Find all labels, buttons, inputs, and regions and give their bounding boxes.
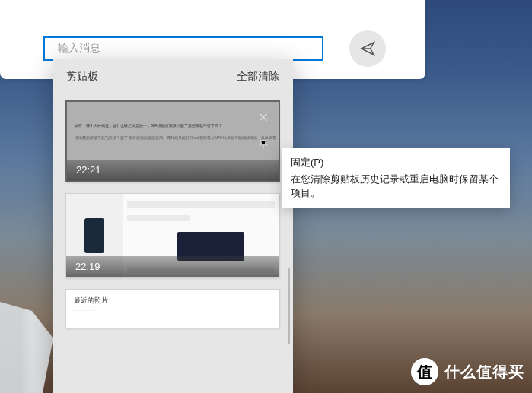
watermark-badge: 值 (411, 358, 438, 385)
clipboard-time: 22:19 (66, 256, 279, 277)
thumb-subtitle: ··· ··· ········ (74, 308, 272, 312)
clipboard-thumbnail: 最近的照片 ··· ··· ········ (66, 290, 279, 328)
thumb-text: 没清楚的新版了起飞区域？思了 那肯定无法安定使用。有时候只能打开ssh权限看从M… (75, 135, 276, 141)
delete-button[interactable] (253, 106, 274, 128)
message-input[interactable]: 输入消息 (43, 36, 323, 61)
pin-button[interactable] (253, 134, 274, 155)
desktop-wallpaper: 输入消息 剪贴板 全部清除 诶呀，哪个大神知道，这什么破烂玩意的一，30A没跳应… (0, 0, 532, 393)
clipboard-item[interactable]: 22:19 (65, 193, 280, 278)
close-icon (257, 111, 269, 123)
item-actions (253, 106, 274, 155)
clear-all-button[interactable]: 全部清除 (237, 70, 279, 84)
tooltip-desc: 在您清除剪贴板历史记录或重启电脑时保留某个项目。 (291, 173, 501, 200)
message-placeholder: 输入消息 (58, 42, 100, 55)
text-caret (53, 42, 53, 55)
clipboard-body: 诶呀，哪个大神知道，这什么破烂玩意的一，30A没跳应该没问题了遥控器就不行了吗？… (53, 100, 293, 328)
clipboard-header: 剪贴板 全部清除 (53, 59, 293, 94)
tooltip-title: 固定(P) (291, 156, 501, 170)
thumb-title: 最近的照片 (74, 296, 272, 306)
clipboard-title: 剪贴板 (66, 70, 98, 84)
pin-icon (257, 138, 269, 151)
scrollbar[interactable] (288, 268, 290, 344)
clipboard-time: 22:21 (67, 160, 279, 181)
clipboard-item[interactable]: 诶呀，哪个大神知道，这什么破烂玩意的一，30A没跳应该没问题了遥控器就不行了吗？… (65, 100, 280, 182)
wallpaper-car (0, 302, 53, 393)
send-icon (359, 40, 376, 57)
watermark: 值 什么值得买 (411, 358, 524, 385)
pin-tooltip: 固定(P) 在您清除剪贴板历史记录或重启电脑时保留某个项目。 (282, 148, 510, 208)
thumb-text: 诶呀，哪个大神知道，这什么破烂玩意的一，30A没跳应该没问题了遥控器就不行了吗？ (75, 123, 222, 128)
send-button[interactable] (349, 30, 386, 67)
clipboard-panel: 剪贴板 全部清除 诶呀，哪个大神知道，这什么破烂玩意的一，30A没跳应该没问题了… (53, 59, 293, 393)
watermark-text: 什么值得买 (444, 362, 524, 382)
clipboard-item[interactable]: 最近的照片 ··· ··· ········ (65, 289, 280, 328)
phone-graphic (84, 218, 104, 253)
